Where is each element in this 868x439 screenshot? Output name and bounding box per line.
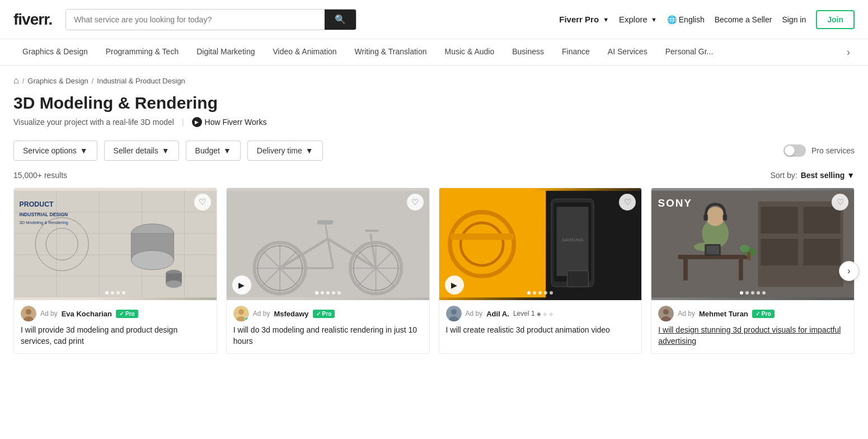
card-2-ad-label: Ad by xyxy=(253,310,270,317)
pro-services-toggle-row: Pro services xyxy=(783,144,855,157)
category-nav: Graphics & Design Programming & Tech Dig… xyxy=(0,39,868,66)
card-1-avatar xyxy=(21,306,36,321)
card-2-wishlist[interactable]: ♡ xyxy=(407,194,424,211)
nav-item-graphics[interactable]: Graphics & Design xyxy=(13,39,97,65)
svg-text:PRODUCT: PRODUCT xyxy=(20,200,54,208)
service-options-filter[interactable]: Service options ▼ xyxy=(13,141,97,161)
subtitle-text: Visualize your project with a real-life … xyxy=(13,118,174,127)
svg-rect-64 xyxy=(804,207,841,233)
nav-item-finance[interactable]: Finance xyxy=(553,39,599,65)
fiverr-pro-button[interactable]: Fiverr Pro ▼ xyxy=(559,15,609,24)
dot xyxy=(538,291,542,295)
dot xyxy=(332,291,335,295)
sort-value[interactable]: Best selling ▼ xyxy=(801,171,855,180)
card-4-seller-name[interactable]: Mehmet Turan xyxy=(699,310,748,318)
card-4-wishlist[interactable]: ♡ xyxy=(832,194,848,211)
service-options-label: Service options xyxy=(23,146,77,155)
nav-item-business[interactable]: Business xyxy=(503,39,553,65)
nav-item-music[interactable]: Music & Audio xyxy=(436,39,504,65)
card-2-pro-badge: ✓ Pro xyxy=(313,310,335,318)
nav-item-video[interactable]: Video & Animation xyxy=(264,39,345,65)
delivery-time-filter[interactable]: Delivery time ▼ xyxy=(247,141,323,161)
card-1-title: I will provide 3d modeling and product d… xyxy=(21,325,210,347)
dot xyxy=(111,291,114,295)
card-2-body: Ad by Msfedawy ✓ Pro I will do 3d modeli… xyxy=(227,300,429,353)
empty-star: ◆ xyxy=(549,311,553,317)
pro-badge-label: Pro xyxy=(125,311,135,317)
card-3-play[interactable]: ▶ xyxy=(445,275,464,295)
breadcrumb-graphics[interactable]: Graphics & Design xyxy=(27,77,88,85)
chevron-down-icon: ▼ xyxy=(162,146,170,155)
search-button[interactable]: 🔍 xyxy=(325,10,356,30)
card-4-illustration: SONY xyxy=(651,188,854,300)
card-1-body: Ad by Eva Kocharian ✓ Pro I will provide… xyxy=(14,300,217,353)
dot xyxy=(122,291,125,295)
card-3-ad-label: Ad by xyxy=(466,310,483,317)
pro-services-toggle[interactable] xyxy=(783,144,806,157)
breadcrumb: ⌂ / Graphics & Design / Industrial & Pro… xyxy=(0,66,868,91)
chevron-down-icon: ▼ xyxy=(80,146,88,155)
card-1-illustration: PRODUCT INDUSTRIAL DESIGN 3D Modeling & … xyxy=(14,188,217,300)
nav-next-arrow[interactable]: › xyxy=(842,41,855,64)
seller-details-label: Seller details xyxy=(114,146,158,155)
card-1-wishlist[interactable]: ♡ xyxy=(194,194,211,211)
svg-point-68 xyxy=(706,207,725,226)
search-bar: 🔍 xyxy=(65,9,356,30)
svg-rect-80 xyxy=(748,252,751,260)
header: fiverr. 🔍 Fiverr Pro ▼ Explore ▼ 🌐 Engli… xyxy=(0,0,868,39)
budget-filter[interactable]: Budget ▼ xyxy=(186,141,241,161)
budget-label: Budget xyxy=(195,146,220,155)
sign-in-link[interactable]: Sign in xyxy=(782,15,806,24)
card-1-seller-name[interactable]: Eva Kocharian xyxy=(62,310,112,318)
pro-services-label: Pro services xyxy=(811,146,855,155)
become-seller-link[interactable]: Become a Seller xyxy=(715,15,772,24)
card-2-dots xyxy=(315,291,341,295)
globe-icon: 🌐 xyxy=(667,15,677,24)
nav-item-personal[interactable]: Personal Gr... xyxy=(656,39,722,65)
dot xyxy=(315,291,318,295)
card-4-title[interactable]: I will design stunning 3d product visual… xyxy=(658,325,847,347)
breadcrumb-separator2: / xyxy=(92,77,94,85)
breadcrumb-home[interactable]: ⌂ xyxy=(13,76,19,86)
join-button[interactable]: Join xyxy=(816,10,855,29)
language-button[interactable]: 🌐 English xyxy=(667,15,705,24)
svg-rect-65 xyxy=(761,239,798,265)
language-label: English xyxy=(679,15,705,24)
nav-item-digital-marketing[interactable]: Digital Marketing xyxy=(187,39,264,65)
card-1-pro-badge: ✓ Pro xyxy=(116,310,138,318)
nav-item-ai[interactable]: AI Services xyxy=(599,39,656,65)
logo-text: fiverr. xyxy=(13,11,52,28)
svg-rect-55 xyxy=(450,233,514,240)
dot xyxy=(745,291,749,295)
svg-rect-77 xyxy=(706,246,719,254)
carousel-next-button[interactable]: › xyxy=(839,261,859,281)
seller-details-filter[interactable]: Seller details ▼ xyxy=(104,141,179,161)
card-2-seller-name[interactable]: Msfedawy xyxy=(274,310,308,318)
how-fiverr-works-link[interactable]: ▶ How Fiverr Works xyxy=(192,117,267,127)
dot xyxy=(544,291,547,295)
search-input[interactable] xyxy=(66,10,325,30)
card-2-play[interactable]: ▶ xyxy=(232,275,251,295)
breadcrumb-current: Industrial & Product Design xyxy=(97,77,185,85)
svg-point-79 xyxy=(740,245,749,252)
card-3-seller-name[interactable]: Adil A. xyxy=(486,310,509,318)
fiverr-pro-label: Fiverr Pro xyxy=(559,15,599,24)
check-icon: ✓ xyxy=(316,311,321,317)
dot xyxy=(105,291,109,295)
chevron-down-icon: ▼ xyxy=(603,16,609,23)
card-2-avatar xyxy=(233,306,249,321)
check-icon: ✓ xyxy=(756,311,760,317)
card-4-avatar xyxy=(658,306,674,321)
level-label: Level 1 xyxy=(513,310,535,317)
svg-rect-70 xyxy=(723,214,728,221)
results-count: 15,000+ results xyxy=(13,171,67,180)
logo[interactable]: fiverr. xyxy=(13,11,52,29)
page-title-section: 3D Modeling & Rendering Visualize your p… xyxy=(0,91,868,135)
star-icon: ◆ xyxy=(537,311,541,317)
nav-item-programming[interactable]: Programming & Tech xyxy=(97,39,187,65)
chevron-down-icon: ▼ xyxy=(306,146,313,155)
explore-button[interactable]: Explore ▼ xyxy=(619,15,657,24)
nav-item-writing[interactable]: Writing & Translation xyxy=(346,39,436,65)
dot xyxy=(527,291,531,295)
how-works-label: How Fiverr Works xyxy=(205,118,267,127)
